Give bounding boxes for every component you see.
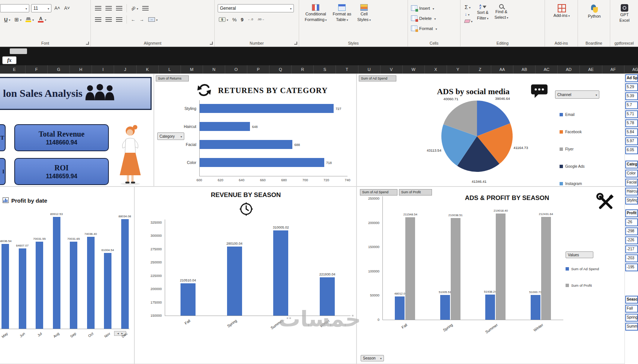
side-cell-ad-spend-0[interactable]: 5.29 <box>625 83 638 91</box>
merge-center-button[interactable]: ↔ <box>147 17 159 23</box>
column-header-h[interactable]: H <box>70 65 92 74</box>
bar-dec[interactable] <box>121 219 129 329</box>
increase-decimal-button[interactable]: ←.0 <box>247 17 254 22</box>
side-cell-category-0[interactable]: Color <box>625 170 638 177</box>
delete-button[interactable]: Delete <box>411 13 458 23</box>
gpt-excel-button[interactable]: GPT Excel <box>617 2 632 23</box>
add-ins-button[interactable]: Add-ins <box>551 2 572 18</box>
accounting-format-button[interactable]: $ <box>218 17 229 23</box>
fill-button[interactable]: ↓ <box>463 11 474 17</box>
legend-item-google-ads[interactable]: Google Ads <box>560 164 585 168</box>
column-header-ae[interactable]: AE <box>580 65 602 74</box>
bar-nov[interactable] <box>104 253 111 329</box>
side-cell-ad-spend-5[interactable]: 5.84 <box>625 128 638 136</box>
page-left-icon[interactable]: ◄ <box>117 332 119 335</box>
column-header-t[interactable]: T <box>336 65 358 74</box>
find-select-button[interactable]: Find & Select <box>492 2 511 39</box>
name-box[interactable] <box>10 48 27 54</box>
bar-color[interactable] <box>199 158 324 167</box>
decrease-font-size-button[interactable]: A˅ <box>63 5 71 11</box>
column-header-m[interactable]: M <box>181 65 203 74</box>
side-cell-category-3[interactable]: Styling <box>625 197 638 205</box>
column-header-ag[interactable]: AG <box>624 65 638 74</box>
conditional-formatting-button[interactable]: Conditional Formatting <box>302 2 330 39</box>
bar-haircut[interactable] <box>199 122 250 131</box>
side-cell-ad-spend-1[interactable]: 5.39 <box>625 92 638 100</box>
side-cell-profit-1[interactable]: -298 <box>625 227 638 235</box>
legend-item-sum-of-profit[interactable]: Sum of Profit <box>566 283 592 287</box>
column-header-w[interactable]: W <box>403 65 425 74</box>
align-middle-button[interactable] <box>104 5 113 11</box>
bar-jul[interactable] <box>36 242 43 329</box>
side-cell-season-2[interactable]: Summer <box>625 323 638 331</box>
number-format-select[interactable]: General <box>218 4 294 12</box>
column-header-p[interactable]: P <box>247 65 269 74</box>
font-size-select[interactable]: 11 <box>31 4 51 12</box>
legend-item-email[interactable]: Email <box>560 112 575 117</box>
category-filter-button[interactable]: Category <box>157 132 184 140</box>
orientation-button[interactable]: ab <box>130 5 139 11</box>
side-cell-ad-spend-3[interactable]: 5.71 <box>625 110 638 118</box>
column-header-r[interactable]: R <box>292 65 314 74</box>
comma-style-button[interactable]: 9 <box>240 17 245 23</box>
side-cell-category-1[interactable]: Facial <box>625 179 638 187</box>
clear-button[interactable] <box>463 18 474 24</box>
bar-sum-of-profit-summer[interactable] <box>496 214 506 320</box>
side-cell-profit-3[interactable]: -217 <box>625 245 638 253</box>
column-header-s[interactable]: S <box>314 65 336 74</box>
pivot-field-button[interactable]: Sum of Ad Spend <box>360 189 397 196</box>
bar-aug[interactable] <box>53 217 60 329</box>
font-name-select[interactable] <box>0 4 29 12</box>
format-button[interactable]: Format <box>411 23 458 33</box>
legend-item-facebook[interactable]: Facebook <box>560 129 582 134</box>
column-header-q[interactable]: Q <box>269 65 292 74</box>
column-header-ad[interactable]: AD <box>558 65 580 74</box>
column-header-n[interactable]: N <box>203 65 225 74</box>
column-header-l[interactable]: L <box>159 65 181 74</box>
bar-sum-of-ad-spend-spring[interactable] <box>440 295 450 320</box>
python-button[interactable]: Python <box>585 2 603 19</box>
column-header-j[interactable]: J <box>114 65 136 74</box>
underline-button[interactable]: U <box>3 17 11 23</box>
bar-sum-of-ad-spend-winter[interactable] <box>531 295 540 320</box>
column-header-o[interactable]: O <box>225 65 247 74</box>
percent-style-button[interactable]: % <box>231 17 238 23</box>
side-cell-profit-0[interactable]: -26 <box>625 218 638 226</box>
insert-button[interactable]: Insert <box>411 3 458 13</box>
side-cell-ad-spend-4[interactable]: 5.78 <box>625 119 638 127</box>
column-header-x[interactable]: X <box>425 65 447 74</box>
font-color-button[interactable]: A <box>37 16 47 23</box>
decrease-indent-button[interactable]: ← <box>130 17 137 23</box>
bar-sum-of-profit-spring[interactable] <box>451 218 460 320</box>
column-header-e[interactable]: E <box>3 65 26 74</box>
season-filter-button[interactable]: Season <box>361 355 384 361</box>
legend-item-sum-of-ad-spend[interactable]: Sum of Ad Spend <box>566 266 599 271</box>
side-cell-ad-spend-7[interactable]: 6.05 <box>625 146 638 154</box>
legend-item-flyer[interactable]: Flyer <box>560 147 573 151</box>
column-header-u[interactable]: U <box>358 65 381 74</box>
borders-button[interactable]: ⊞ <box>13 16 23 23</box>
column-header-aa[interactable]: AA <box>491 65 513 74</box>
bar-sum-of-ad-spend-fall[interactable] <box>395 296 405 320</box>
bar-fall[interactable] <box>181 283 196 316</box>
column-header-g[interactable]: G <box>48 65 70 74</box>
fill-color-button[interactable] <box>24 17 35 23</box>
column-header-ab[interactable]: AB <box>513 65 536 74</box>
side-cell-profit-4[interactable]: -203 <box>625 254 638 262</box>
bar-sum-of-profit-winter[interactable] <box>541 217 551 320</box>
column-header-i[interactable]: I <box>92 65 114 74</box>
column-header-ac[interactable]: AC <box>536 65 558 74</box>
column-header-z[interactable]: Z <box>469 65 491 74</box>
side-cell-ad-spend-2[interactable]: 5.7 <box>625 101 638 109</box>
align-right-button[interactable] <box>115 17 123 23</box>
column-header-y[interactable]: Y <box>447 65 469 74</box>
format-as-table-button[interactable]: Format as Table <box>330 2 354 39</box>
wrap-text-button[interactable] <box>141 5 150 11</box>
align-top-button[interactable] <box>94 5 102 11</box>
bar-jun[interactable] <box>19 248 26 329</box>
bar-sum-of-profit-fall[interactable] <box>405 217 415 320</box>
bar-sum-of-ad-spend-summer[interactable] <box>485 295 495 320</box>
column-header-af[interactable]: AF <box>602 65 624 74</box>
values-button[interactable]: Values <box>566 251 593 258</box>
fx-button[interactable]: fx <box>2 56 17 64</box>
